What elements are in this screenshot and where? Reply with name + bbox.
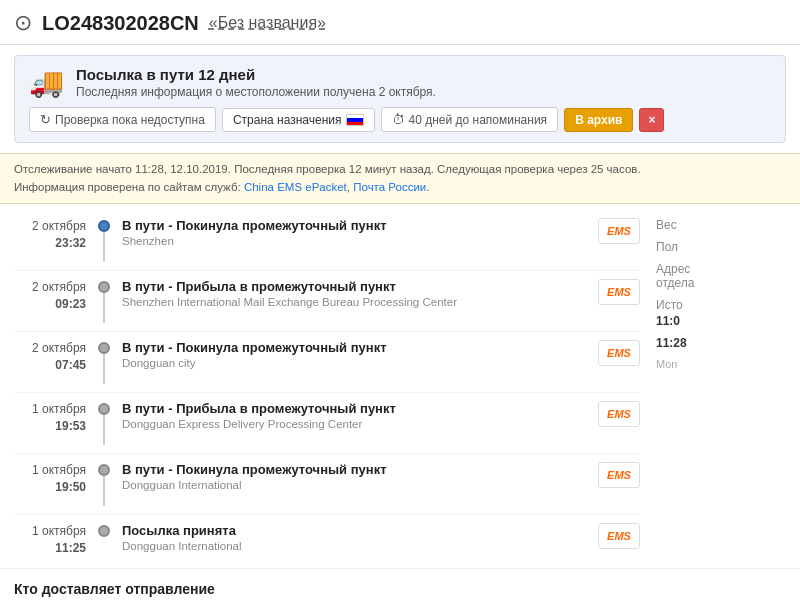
ems-badge: EMS bbox=[598, 279, 640, 305]
timeline-line bbox=[103, 415, 105, 445]
delivers-title: Кто доставляет отправление bbox=[14, 581, 786, 597]
ems-logo-text: EMS bbox=[607, 408, 631, 420]
timeline-event: В пути - Покинула промежуточный пункт bbox=[122, 462, 588, 477]
timeline-location: Dongguan Express Delivery Processing Cen… bbox=[122, 418, 588, 430]
timeline-dot bbox=[98, 403, 110, 415]
timeline-date: 2 октября 07:45 bbox=[14, 340, 86, 374]
pochta-link[interactable]: Почта России bbox=[353, 181, 426, 193]
timeline-item: 2 октября 23:32 В пути - Покинула промеж… bbox=[14, 210, 640, 271]
timeline: 2 октября 23:32 В пути - Покинула промеж… bbox=[14, 210, 640, 565]
history-val1: 11:0 bbox=[656, 314, 786, 328]
ems-logo-text: EMS bbox=[607, 530, 631, 542]
timeline-event: В пути - Прибыла в промежуточный пункт bbox=[122, 401, 588, 416]
timeline-body: Посылка принята Dongguan International bbox=[122, 523, 588, 552]
timeline-dot-col bbox=[96, 523, 112, 537]
timeline-location: Dongguan International bbox=[122, 540, 588, 552]
timeline-dot bbox=[98, 464, 110, 476]
timeline-body: В пути - Прибыла в промежуточный пункт S… bbox=[122, 279, 588, 308]
ems-badge: EMS bbox=[598, 218, 640, 244]
timeline-item: 2 октября 07:45 В пути - Покинула промеж… bbox=[14, 332, 640, 393]
refresh-button[interactable]: ↻ Проверка пока недоступна bbox=[29, 107, 216, 132]
timeline-date: 1 октября 11:25 bbox=[14, 523, 86, 557]
status-banner: 🚚 Посылка в пути 12 дней Последняя инфор… bbox=[14, 55, 786, 143]
truck-icon: 🚚 bbox=[29, 66, 64, 99]
timeline-body: В пути - Покинула промежуточный пункт Do… bbox=[122, 462, 588, 491]
header: ⊙ LO248302028CN «Без названия» bbox=[0, 0, 800, 45]
reminder-button[interactable]: ⏱ 40 дней до напоминания bbox=[381, 107, 559, 132]
delivers-section: Кто доставляет отправление Посылка доста… bbox=[0, 568, 800, 600]
status-subtitle: Последняя информация о местоположении по… bbox=[76, 85, 436, 99]
tracking-info-bar: Отслеживание начато 11:28, 12.10.2019. П… bbox=[0, 153, 800, 204]
tracking-icon: ⊙ bbox=[14, 10, 32, 36]
timeline-event: В пути - Покинула промежуточный пункт bbox=[122, 218, 588, 233]
country-button[interactable]: Страна назначения bbox=[222, 108, 375, 132]
timeline-location: Dongguan International bbox=[122, 479, 588, 491]
timeline-location: Dongguan city bbox=[122, 357, 588, 369]
parcel-name[interactable]: «Без названия» bbox=[209, 14, 326, 32]
timeline-dot bbox=[98, 281, 110, 293]
timeline-item: 2 октября 09:23 В пути - Прибыла в проме… bbox=[14, 271, 640, 332]
timeline-dot-col bbox=[96, 462, 112, 506]
ems-badge: EMS bbox=[598, 340, 640, 366]
timeline-item: 1 октября 19:53 В пути - Прибыла в проме… bbox=[14, 393, 640, 454]
history-label: Исто bbox=[656, 298, 786, 312]
timeline-body: В пути - Покинула промежуточный пункт Do… bbox=[122, 340, 588, 369]
timeline-item: 1 октября 11:25 Посылка принята Dongguan… bbox=[14, 515, 640, 565]
weight-label: Вес bbox=[656, 218, 786, 232]
timeline-dot-col bbox=[96, 340, 112, 384]
timeline-dot bbox=[98, 525, 110, 537]
tracking-id: LO248302028CN bbox=[42, 12, 199, 35]
timeline-item: 1 октября 19:50 В пути - Покинула промеж… bbox=[14, 454, 640, 515]
ems-badge: EMS bbox=[598, 401, 640, 427]
ems-logo-text: EMS bbox=[607, 347, 631, 359]
ems-badge: EMS bbox=[598, 523, 640, 549]
timeline-location: Shenzhen International Mail Exchange Bur… bbox=[122, 296, 588, 308]
refresh-icon: ↻ bbox=[40, 112, 51, 127]
timeline-date: 1 октября 19:50 bbox=[14, 462, 86, 496]
russia-flag-icon bbox=[346, 114, 364, 126]
timeline-body: В пути - Покинула промежуточный пункт Sh… bbox=[122, 218, 588, 247]
timeline-date: 2 октября 23:32 bbox=[14, 218, 86, 252]
timeline-body: В пути - Прибыла в промежуточный пункт D… bbox=[122, 401, 588, 430]
timeline-date: 1 октября 19:53 bbox=[14, 401, 86, 435]
china-ems-link[interactable]: China EMS ePacket bbox=[244, 181, 347, 193]
mon-label: Mon bbox=[656, 358, 786, 370]
history-val2: 11:28 bbox=[656, 336, 786, 350]
receiver-label: Пол bbox=[656, 240, 786, 254]
delete-button[interactable]: × bbox=[639, 108, 664, 132]
timeline-date: 2 октября 09:23 bbox=[14, 279, 86, 313]
timeline-dot-col bbox=[96, 401, 112, 445]
timeline-line bbox=[103, 476, 105, 506]
address-label: Адресотдела bbox=[656, 262, 786, 290]
status-title: Посылка в пути 12 дней bbox=[76, 66, 436, 83]
timeline-dot bbox=[98, 220, 110, 232]
timeline-line bbox=[103, 354, 105, 384]
timeline-event: Посылка принята bbox=[122, 523, 588, 538]
timeline-dot-col bbox=[96, 279, 112, 323]
clock-icon: ⏱ bbox=[392, 112, 405, 127]
ems-logo-text: EMS bbox=[607, 469, 631, 481]
timeline-event: В пути - Покинула промежуточный пункт bbox=[122, 340, 588, 355]
archive-button[interactable]: В архив bbox=[564, 108, 633, 132]
timeline-dot bbox=[98, 342, 110, 354]
timeline-location: Shenzhen bbox=[122, 235, 588, 247]
sidebar-right: Вес Пол Адресотдела Исто 11:0 11:28 Mon bbox=[656, 210, 786, 565]
ems-logo-text: EMS bbox=[607, 286, 631, 298]
timeline-line bbox=[103, 232, 105, 262]
timeline-event: В пути - Прибыла в промежуточный пункт bbox=[122, 279, 588, 294]
action-row: ↻ Проверка пока недоступна Страна назнач… bbox=[29, 107, 771, 132]
main-content: 2 октября 23:32 В пути - Покинула промеж… bbox=[0, 210, 800, 565]
timeline-dot-col bbox=[96, 218, 112, 262]
ems-badge: EMS bbox=[598, 462, 640, 488]
ems-logo-text: EMS bbox=[607, 225, 631, 237]
timeline-line bbox=[103, 293, 105, 323]
